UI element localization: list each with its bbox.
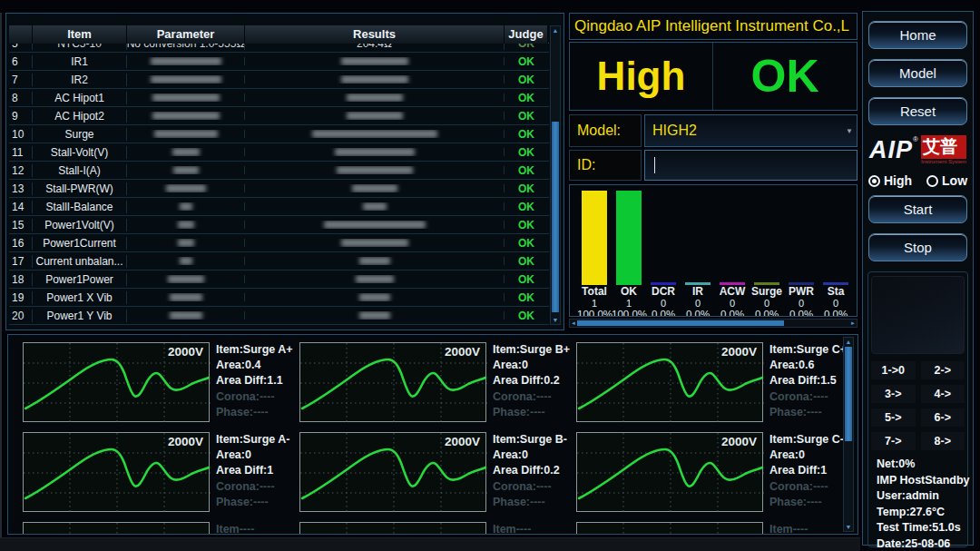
table-row[interactable]: 6 IR1 OK — [9, 53, 549, 71]
chevron-down-icon[interactable]: ▼ — [846, 127, 853, 135]
grade-indicator: High — [570, 43, 713, 110]
io-cell[interactable]: 4-> — [921, 385, 965, 403]
table-row[interactable]: 11 Stall-Volt(V) OK — [9, 143, 549, 162]
preview-screen — [871, 276, 965, 354]
scroll-down-icon[interactable]: ▼ — [844, 523, 853, 531]
stat-column: PWR 0 0.0% — [784, 191, 818, 316]
aip-logo-text: AIP — [869, 135, 913, 164]
surge-waveform-chart-partial — [299, 522, 486, 535]
row-num: 16 — [9, 237, 33, 250]
stat-count: 1 — [577, 298, 612, 309]
table-scrollbar-thumb[interactable] — [552, 122, 559, 312]
start-button[interactable]: Start — [868, 195, 967, 223]
row-judge: OK — [505, 219, 548, 231]
table-row[interactable]: 9 AC Hipot2 OK — [9, 107, 549, 125]
status-line: Temp:27.6°C — [877, 505, 965, 521]
io-cell[interactable]: 8-> — [921, 432, 965, 450]
table-row[interactable]: 12 Stall-I(A) OK — [9, 162, 549, 180]
surge-chart-info: Item:Surge B- Area:0 Area Diff:0.2 Coron… — [486, 432, 573, 513]
row-num: 14 — [9, 201, 33, 213]
surge-chart-group[interactable]: 2000V Item:Surge C+ Area:0.6 Area Diff:1… — [576, 342, 853, 423]
io-grid: 1->0 2-> 3-> 4-> 5-> 6-> 7-> 8-> — [871, 361, 965, 450]
model-dropdown[interactable]: HIGH2 ▼ — [644, 114, 858, 147]
table-row[interactable]: 13 Stall-PWR(W) OK — [9, 180, 549, 198]
id-input[interactable] — [644, 150, 858, 181]
stat-count: 0 — [750, 298, 784, 309]
scroll-right-icon[interactable]: ► — [850, 320, 856, 327]
table-row[interactable]: 8 AC Hipot1 OK — [9, 89, 549, 107]
surge-corona-label: Corona:---- — [769, 479, 850, 495]
status-line: IMP HostStandby — [877, 473, 965, 489]
voltage-label: 2000V — [721, 345, 757, 359]
redacted-results — [359, 257, 390, 265]
surge-item-label: Item:Surge C+ — [769, 342, 850, 358]
redacted-parameter — [178, 239, 194, 247]
io-cell[interactable]: 3-> — [871, 385, 916, 403]
reset-button[interactable]: Reset — [868, 97, 967, 125]
surge-chart-group[interactable]: 2000V Item:Surge A- Area:0 Area Diff:1 C… — [23, 432, 299, 513]
surge-chart-group-partial: Item---- — [299, 522, 576, 535]
table-row[interactable]: 10 Surge OK — [9, 125, 549, 143]
stats-scrollbar[interactable]: ◄ ► — [569, 319, 858, 328]
table-scrollbar[interactable]: ▲ ▼ — [550, 25, 561, 325]
surge-chart-group[interactable]: 2000V Item:Surge B- Area:0 Area Diff:0.2… — [299, 432, 576, 513]
stat-label: ACW — [715, 286, 750, 298]
surge-chart-info: Item:Surge C+ Area:0.6 Area Diff:1.5 Cor… — [763, 342, 850, 423]
surge-chart-group[interactable]: 2000V Item:Surge B+ Area:0 Area Diff:0.2… — [299, 342, 576, 423]
row-judge: OK — [505, 164, 548, 177]
io-cell[interactable]: 7-> — [871, 432, 916, 450]
scroll-left-icon[interactable]: ◄ — [571, 320, 576, 327]
surge-item-label: Item:Surge B+ — [493, 342, 573, 358]
surge-item-placeholder: Item---- — [210, 522, 297, 535]
stat-count: 0 — [818, 298, 853, 309]
surge-phase-label: Phase:---- — [493, 495, 573, 510]
radio-high-label: High — [884, 173, 912, 188]
row-parameter: No conversion 1.0-555Ω — [127, 44, 244, 50]
home-button[interactable]: Home — [868, 21, 967, 49]
waveform-scrollbar-thumb[interactable] — [845, 347, 852, 441]
row-num: 6 — [9, 55, 33, 68]
io-cell[interactable]: 1->0 — [871, 361, 916, 379]
table-row-partial[interactable]: 5 NTC5-10 No conversion 1.0-555Ω 204.4Ω … — [9, 44, 549, 53]
surge-chart-group[interactable]: 2000V Item:Surge C- Area:0 Area Diff:1 C… — [576, 432, 853, 513]
stats-scrollbar-thumb[interactable] — [577, 320, 784, 326]
scroll-up-icon[interactable]: ▲ — [551, 26, 560, 34]
table-row[interactable]: 7 IR2 OK — [9, 71, 549, 89]
table-row[interactable]: 18 Power1Power OK — [9, 271, 549, 289]
table-row[interactable]: 19 Power1 X Vib OK — [9, 289, 549, 307]
surge-chart-group[interactable]: 2000V Item:Surge A+ Area:0.4 Area Diff:1… — [23, 342, 299, 423]
surge-item-label: Item:Surge A- — [216, 432, 297, 448]
scroll-down-icon[interactable]: ▼ — [551, 316, 560, 324]
surge-item-label: Item:Surge C- — [769, 432, 850, 448]
stop-button[interactable]: Stop — [868, 233, 967, 261]
redacted-parameter — [152, 93, 220, 102]
redacted-results — [347, 93, 403, 102]
io-cell[interactable]: 2-> — [921, 361, 965, 379]
stat-percent: 0.0% — [646, 309, 681, 317]
surge-waveform-chart: 2000V — [23, 432, 210, 512]
redacted-parameter — [168, 275, 204, 283]
waveform-panel: 2000V Item:Surge A+ Area:0.4 Area Diff:1… — [7, 334, 858, 535]
table-row[interactable]: 20 Power1 Y Vib OK — [9, 307, 549, 325]
table-row[interactable]: 15 Power1Volt(V) OK — [9, 216, 549, 234]
voltage-label: 2000V — [721, 435, 757, 448]
table-row[interactable]: 14 StallI-Balance OK — [9, 198, 549, 216]
row-num: 8 — [9, 92, 33, 104]
row-item: IR2 — [33, 74, 127, 86]
surge-area-label: Area:0 — [493, 448, 573, 463]
aip-logo: AIP® 艾普 Instrument System — [867, 135, 968, 168]
radio-low[interactable]: Low — [926, 173, 967, 188]
row-num: 10 — [9, 128, 33, 141]
model-button[interactable]: Model — [868, 59, 967, 87]
io-cell[interactable]: 5-> — [871, 408, 916, 427]
waveform-scrollbar[interactable]: ▲ ▼ — [843, 337, 854, 532]
radio-high[interactable]: High — [868, 173, 912, 188]
table-row[interactable]: 16 Power1Current OK — [9, 234, 549, 252]
io-cell[interactable]: 6-> — [921, 408, 965, 427]
surge-phase-label: Phase:---- — [216, 495, 297, 510]
surge-areadiff-label: Area Diff:0.2 — [493, 463, 573, 478]
surge-corona-label: Corona:---- — [216, 479, 297, 495]
scroll-up-icon[interactable]: ▲ — [844, 338, 853, 346]
row-item: Power1Volt(V) — [33, 219, 127, 231]
table-row[interactable]: 17 Current unbalan... OK — [9, 252, 549, 271]
